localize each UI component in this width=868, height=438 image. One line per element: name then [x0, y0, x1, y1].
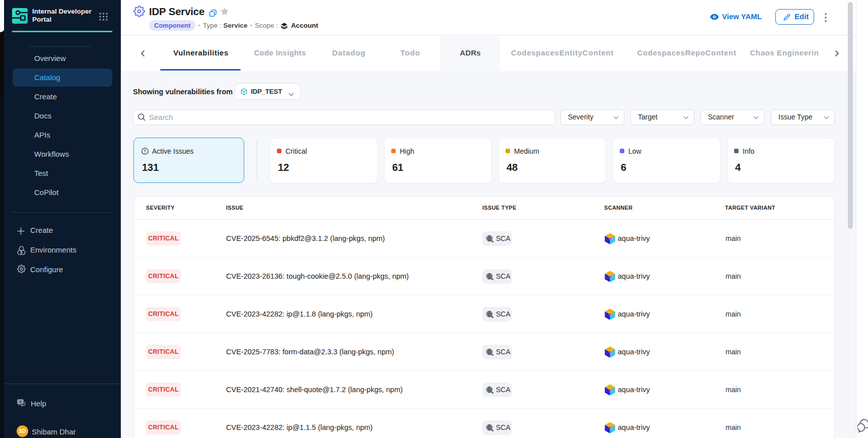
- svg-text:?: ?: [19, 400, 22, 404]
